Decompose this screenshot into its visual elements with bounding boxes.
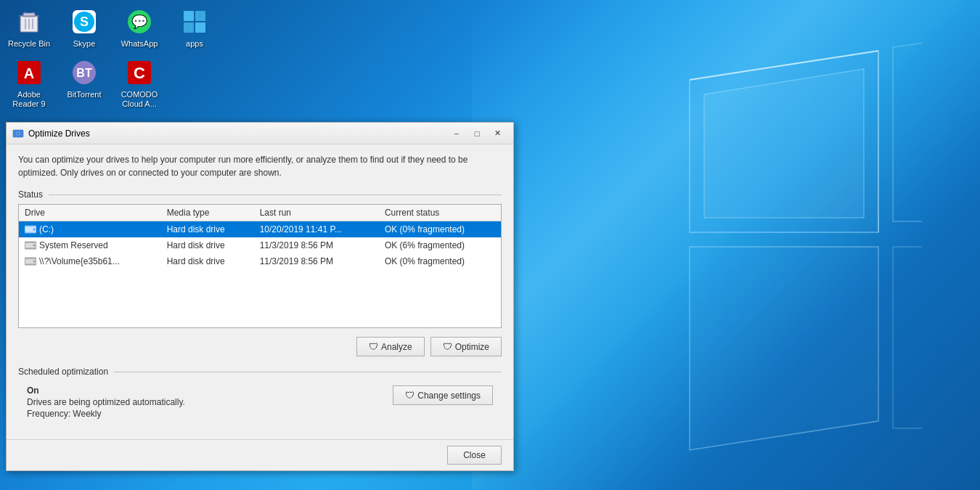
drive-cell: System Reserved: [19, 237, 161, 253]
last-run-cell: 11/3/2019 8:56 PM: [254, 253, 379, 269]
svg-rect-15: [184, 11, 194, 21]
desktop-icon-recycle-bin[interactable]: Recycle Bin: [3, 3, 55, 53]
drive-cell: \\?\Volume{e35b61...: [19, 253, 161, 269]
desktop-icon-bittorrent[interactable]: BT BitTorrent: [58, 54, 110, 113]
windows-logo: [486, 36, 922, 457]
change-settings-button[interactable]: 🛡 Change settings: [393, 385, 493, 405]
dialog-footer: Close: [7, 439, 513, 470]
scheduled-info: On Drives are being optimized automatica…: [27, 385, 185, 419]
svg-point-33: [33, 245, 36, 247]
desktop: Recycle Bin S Skype 💬 WhatsApp: [0, 0, 980, 490]
bittorrent-label: BitTorrent: [67, 90, 101, 99]
svg-text:BT: BT: [76, 67, 92, 79]
drive-table: Drive Media type Last run Current status…: [19, 205, 501, 327]
scheduled-header: Scheduled optimization: [18, 367, 502, 377]
svg-rect-16: [195, 11, 205, 21]
adobe-icon: A: [15, 58, 44, 87]
svg-text:A: A: [24, 65, 34, 81]
dialog-title-icon: [12, 128, 24, 139]
status-cell: OK (6% fragmented): [379, 237, 501, 253]
comodo-label: COMODO Cloud A...: [116, 90, 163, 109]
svg-text:C: C: [134, 64, 145, 82]
media-type-cell: Hard disk drive: [161, 237, 254, 253]
close-button[interactable]: Close: [447, 446, 502, 465]
optimize-drives-dialog: Optimize Drives − □ ✕ You can optimize y…: [6, 122, 514, 471]
bittorrent-icon: BT: [70, 58, 99, 87]
table-header-row: Drive Media type Last run Current status: [19, 205, 501, 221]
description-text: You can optimize your drives to help you…: [18, 153, 502, 179]
svg-point-36: [33, 261, 36, 263]
dialog-titlebar[interactable]: Optimize Drives − □ ✕: [7, 123, 513, 144]
table-row[interactable]: (C:)Hard disk drive10/20/2019 11:41 P...…: [19, 221, 501, 238]
apps-label: apps: [186, 39, 203, 49]
desktop-icon-comodo[interactable]: C COMODO Cloud A...: [113, 54, 166, 113]
media-type-cell: Hard disk drive: [161, 221, 254, 238]
action-buttons: 🛡 Analyze 🛡 Optimize: [18, 337, 502, 356]
comodo-icon: C: [125, 58, 154, 87]
col-media-type: Media type: [161, 205, 254, 221]
close-title-button[interactable]: ✕: [487, 125, 507, 142]
on-label: On: [27, 385, 185, 396]
dialog-body: You can optimize your drives to help you…: [7, 144, 513, 439]
scheduled-top: On Drives are being optimized automatica…: [27, 385, 493, 419]
table-row[interactable]: System ReservedHard disk drive11/3/2019 …: [19, 237, 501, 253]
svg-rect-17: [184, 23, 194, 33]
last-run-cell: 10/20/2019 11:41 P...: [254, 221, 379, 238]
scheduled-section: Scheduled optimization On Drives are bei…: [18, 367, 502, 422]
svg-point-30: [33, 229, 36, 231]
analyze-button[interactable]: 🛡 Analyze: [356, 337, 425, 356]
optimize-button[interactable]: 🛡 Optimize: [430, 337, 502, 356]
change-settings-shield-icon: 🛡: [405, 390, 415, 401]
status-cell: OK (0% fragmented): [379, 253, 501, 269]
media-type-cell: Hard disk drive: [161, 253, 254, 269]
drive-table-container: Drive Media type Last run Current status…: [18, 204, 502, 328]
status-section-label: Status: [18, 189, 502, 200]
table-row[interactable]: \\?\Volume{e35b61...Hard disk drive11/3/…: [19, 253, 501, 269]
auto-text: Drives are being optimized automatically…: [27, 397, 185, 407]
svg-text:💬: 💬: [131, 14, 148, 30]
frequency-text: Frequency: Weekly: [27, 409, 185, 419]
col-status: Current status: [379, 205, 501, 221]
change-settings-label: Change settings: [417, 391, 481, 401]
desktop-icon-apps[interactable]: apps: [168, 3, 221, 53]
skype-label: Skype: [73, 39, 96, 49]
svg-text:S: S: [80, 15, 89, 29]
analyze-shield-icon: 🛡: [369, 341, 378, 352]
desktop-icon-skype[interactable]: S Skype: [58, 3, 110, 53]
apps-icon: [180, 7, 209, 36]
minimize-button[interactable]: −: [446, 125, 467, 142]
optimize-label: Optimize: [455, 342, 489, 352]
adobe-label: Adobe Reader 9: [6, 90, 52, 109]
whatsapp-label: WhatsApp: [121, 39, 158, 49]
col-drive: Drive: [19, 205, 161, 221]
drive-cell: (C:): [19, 221, 161, 238]
recycle-bin-icon: [15, 7, 44, 36]
dialog-title: Optimize Drives: [28, 128, 446, 139]
skype-icon: S: [70, 7, 99, 36]
desktop-icon-whatsapp[interactable]: 💬 WhatsApp: [113, 3, 166, 53]
svg-rect-18: [195, 23, 205, 33]
recycle-bin-label: Recycle Bin: [8, 39, 50, 49]
scheduled-content: On Drives are being optimized automatica…: [18, 383, 502, 422]
maximize-button[interactable]: □: [467, 125, 487, 142]
whatsapp-icon: 💬: [125, 7, 154, 36]
status-cell: OK (0% fragmented): [379, 221, 501, 238]
optimize-shield-icon: 🛡: [443, 341, 452, 352]
desktop-icons-row2: A Adobe Reader 9 BT BitTorrent C COMOD: [3, 54, 166, 113]
empty-row: [19, 269, 501, 327]
desktop-icons-row1: Recycle Bin S Skype 💬 WhatsApp: [3, 3, 221, 53]
analyze-label: Analyze: [381, 342, 412, 352]
last-run-cell: 11/3/2019 8:56 PM: [254, 237, 379, 253]
drive-table-body[interactable]: (C:)Hard disk drive10/20/2019 11:41 P...…: [19, 221, 501, 328]
svg-point-27: [17, 132, 20, 134]
titlebar-buttons: − □ ✕: [446, 125, 507, 142]
svg-line-0: [690, 51, 878, 80]
desktop-icon-adobe[interactable]: A Adobe Reader 9: [3, 54, 55, 113]
col-last-run: Last run: [254, 205, 379, 221]
